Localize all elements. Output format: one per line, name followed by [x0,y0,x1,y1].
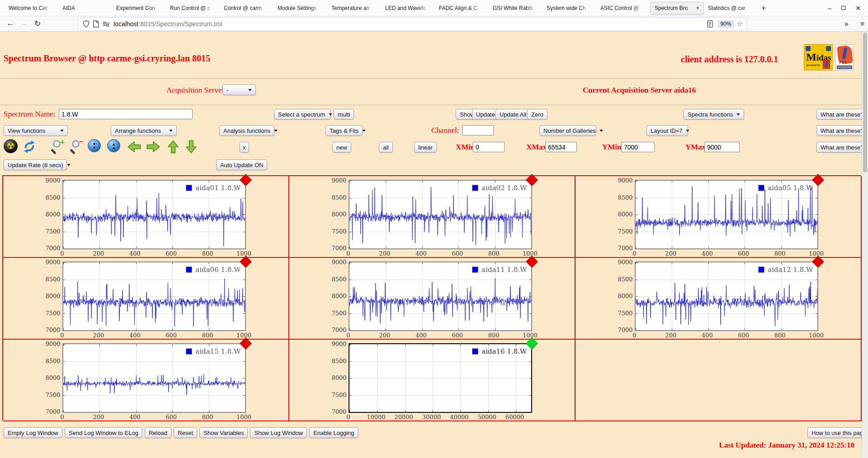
browser-tab[interactable]: Temperature an [327,2,381,14]
shield-icon[interactable] [81,20,91,28]
reload-button[interactable]: ↻ [32,19,43,28]
show-log-window-button[interactable]: Show Log Window [250,427,307,438]
plot-area[interactable]: aida11 1.8.W [349,262,532,331]
radioactive-icon[interactable]: ☢ [4,139,18,153]
x-button[interactable]: x [240,142,249,153]
ymax-input[interactable] [704,142,740,152]
maximize-button[interactable] [841,6,845,10]
browser-tab[interactable]: ASIC Control @ [596,2,650,14]
show-variables-button[interactable]: Show Variables [199,427,248,438]
refresh-icon[interactable] [22,139,37,154]
page-info-icon[interactable] [91,20,101,28]
channel-input[interactable] [462,125,494,136]
browser-tab[interactable]: LED and Wavefo [381,2,435,14]
arrange-functions-dropdown[interactable]: Arrange functions [111,125,177,136]
new-button[interactable]: new [332,142,351,153]
reader-mode-icon[interactable] [705,20,715,28]
send-log-window-to-elog-button[interactable]: Send Log Window to ELog [65,427,142,438]
plot-area[interactable]: aida06 1.8.W [62,262,246,331]
browser-tab[interactable]: Statistics @ car [704,2,758,14]
permissions-icon[interactable] [101,21,111,27]
what-are-these-button-1[interactable]: What are these? [816,109,868,120]
what-are-these-button-2[interactable]: What are these? [816,125,868,136]
spectra-functions-dropdown[interactable]: Spectra functions [684,109,744,120]
what-are-these-button-3[interactable]: What are these? [816,142,868,153]
spectrum-plot-cell-aida01[interactable]: 70007500800085009000aida01 1.8.W02004006… [3,176,289,258]
spectrum-plot-cell-aida12[interactable]: 70007500800085009000aida12 1.8.W02004006… [576,258,862,340]
back-button[interactable]: ← [5,19,16,28]
zoom-in-icon[interactable]: + [50,139,65,154]
overflow-menu-icon[interactable]: » [844,20,849,28]
close-window-button[interactable]: ✕ [855,5,861,12]
number-of-galleries-dropdown[interactable]: Number of Galleries [539,125,596,136]
plot-area[interactable]: aida01 1.8.W [62,180,246,249]
update-rate-dropdown[interactable]: Update Rate (8 secs) [4,159,67,170]
spectrum-plot-cell-aida06[interactable]: 70007500800085009000aida06 1.8.W02004006… [3,258,289,340]
arrow-up-icon[interactable] [165,139,181,154]
browser-tab-active[interactable]: Spectrum Bro× [650,2,704,14]
y-axis-labels: 70007500800085009000 [618,180,635,248]
browser-tab[interactable]: AIDA [58,2,112,14]
enable-logging-button[interactable]: Enable Logging [309,427,358,438]
acquisition-server-select[interactable]: - [222,84,256,95]
spectrum-plot-cell-aida02[interactable]: 70007500800085009000aida02 1.8.W02004006… [289,176,576,258]
browser-tab[interactable]: Control @ carm [220,2,274,14]
plot-area[interactable]: aida12 1.8.W [635,262,818,331]
select-spectrum-dropdown[interactable]: Select a spectrum [274,109,331,120]
linear-button[interactable]: linear [414,142,437,153]
update-button[interactable]: Update [472,109,499,120]
spectrum-plot-cell-aida11[interactable]: 70007500800085009000aida11 1.8.W02004006… [289,258,576,340]
zoom-level-badge[interactable]: 90% [718,20,734,28]
spectrum-plot-cell-aida16[interactable]: 70007500800085009000aida16 1.8.W01000020… [289,340,576,421]
empty-log-window-button[interactable]: Empty Log Window [4,427,62,438]
url-text[interactable]: localhost:8015/Spectrum/Spectrum.tml [113,20,705,28]
plot-legend: aida02 1.8.W [472,184,527,192]
spectrum-name-input[interactable] [59,109,193,119]
layout-id-dropdown[interactable]: Layout ID=7 [646,125,688,136]
scroll-up-icon[interactable]: ▲▲ [107,139,120,152]
ymin-input[interactable] [621,142,655,152]
scroll-down-icon[interactable]: ▼▼ [88,139,101,152]
x-tick-label: 200 [665,332,676,339]
xmax-input[interactable] [545,142,577,152]
browser-tab[interactable]: Welcome to Cer [5,2,58,14]
plot-area[interactable]: aida16 1.8.W [349,343,532,413]
app-menu-icon[interactable]: ≡ [860,20,864,28]
browser-tab[interactable]: FADC Align & C [435,2,489,14]
all-button[interactable]: all [379,142,393,153]
minimize-button[interactable]: – [828,5,831,12]
browser-tab[interactable]: Module Settings [274,2,327,14]
multi-button[interactable]: multi [334,109,354,120]
reset-button[interactable]: Reset [174,427,197,438]
plot-area[interactable]: aida02 1.8.W [349,180,532,249]
page-scrollbar[interactable] [862,32,868,458]
browser-tab[interactable]: System wide Ch [542,2,596,14]
arrow-left-icon[interactable] [127,139,142,154]
arrow-down-icon[interactable] [184,139,199,154]
spectrum-plot-cell-aida05[interactable]: 70007500800085009000aida05 1.8.W02004006… [576,176,862,258]
browser-tab[interactable]: Experiment Con [112,2,166,14]
new-tab-button[interactable]: + [758,2,769,14]
how-to-use-button[interactable]: How to use this page [807,427,868,438]
zero-button[interactable]: Zero [527,109,547,120]
view-functions-dropdown[interactable]: View functions [4,125,68,136]
browser-tab[interactable]: Run Control @ c [166,2,220,14]
tab-close-icon[interactable]: × [696,5,699,11]
xmin-input[interactable] [473,142,505,152]
scrollbar-thumb[interactable] [863,33,867,173]
url-bar[interactable]: localhost:8015/Spectrum/Spectrum.tml 90%… [78,18,746,30]
midas-logo-subtitle: powered by [807,64,820,66]
bookmark-star-icon[interactable]: ☆ [737,20,743,28]
auto-update-button[interactable]: Auto Update ON [216,159,267,170]
update-all-button[interactable]: Update All [495,109,530,120]
spectrum-plot-cell-aida15[interactable]: 70007500800085009000aida15 1.8.W02004006… [3,340,289,421]
reload-button[interactable]: Reload [145,427,171,438]
plot-area[interactable]: aida15 1.8.W [62,343,246,413]
zoom-out-icon[interactable]: − [69,139,84,154]
forward-button[interactable]: → [18,19,30,28]
arrow-right-icon[interactable] [146,139,161,154]
tags-fits-dropdown[interactable]: Tags & Fits [326,125,363,136]
browser-tab[interactable]: GSI White Rabbi [489,2,542,14]
analysis-functions-dropdown[interactable]: Analysis functions [219,125,274,136]
plot-area[interactable]: aida05 1.8.W [635,180,818,249]
